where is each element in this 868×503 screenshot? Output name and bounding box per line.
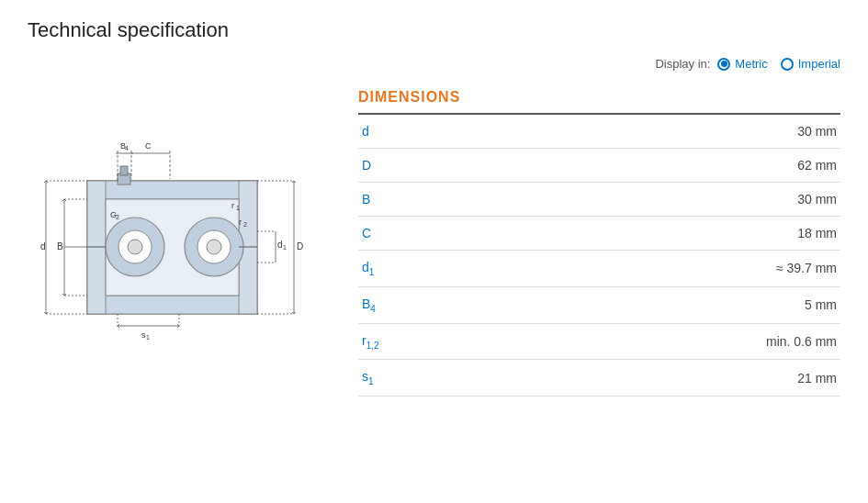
- page-title: Technical specification: [28, 18, 840, 42]
- imperial-label: Imperial: [798, 57, 840, 71]
- svg-text:d: d: [277, 240, 283, 250]
- dim-value: min. 0.6 mm: [648, 323, 840, 360]
- dim-value: 21 mm: [648, 360, 840, 397]
- svg-text:B: B: [57, 241, 63, 252]
- dimensions-title: DIMENSIONS: [358, 89, 840, 106]
- display-selector: Display in: Metric Imperial: [28, 57, 840, 71]
- dim-value: 62 mm: [648, 149, 840, 183]
- metric-radio-circle: [717, 58, 730, 71]
- svg-text:r: r: [239, 218, 242, 227]
- svg-text:4: 4: [125, 145, 129, 151]
- dim-label: B4: [358, 286, 648, 323]
- svg-point-9: [128, 240, 142, 254]
- dim-label: d1: [358, 251, 648, 287]
- table-row: D62 mm: [358, 149, 840, 183]
- table-row: B45 mm: [358, 286, 840, 323]
- svg-point-12: [207, 240, 221, 254]
- dim-label: r1,2: [358, 323, 648, 360]
- table-row: C18 mm: [358, 217, 840, 251]
- main-content: B 4 C G 2 r 1 r 2 B: [28, 89, 840, 397]
- svg-text:D: D: [297, 241, 303, 252]
- bearing-diagram: B 4 C G 2 r 1 r 2 B: [28, 89, 321, 397]
- bearing-svg: B 4 C G 2 r 1 r 2 B: [37, 98, 312, 355]
- svg-text:1: 1: [283, 244, 287, 251]
- dimensions-table: d30 mmD62 mmB30 mmC18 mmd1≈ 39.7 mmB45 m…: [358, 113, 840, 397]
- table-row: s121 mm: [358, 360, 840, 397]
- dim-value: ≈ 39.7 mm: [648, 251, 840, 287]
- svg-text:2: 2: [243, 221, 247, 228]
- dim-label: B: [358, 183, 648, 217]
- dim-label: d: [358, 114, 648, 149]
- table-row: d30 mm: [358, 114, 840, 149]
- svg-text:C: C: [145, 141, 152, 151]
- dim-value: 18 mm: [648, 217, 840, 251]
- metric-radio[interactable]: Metric: [717, 57, 767, 71]
- table-row: B30 mm: [358, 183, 840, 217]
- display-label: Display in:: [655, 57, 710, 71]
- svg-text:d: d: [40, 241, 46, 252]
- dim-value: 5 mm: [648, 286, 840, 323]
- metric-label: Metric: [735, 57, 767, 71]
- table-row: r1,2min. 0.6 mm: [358, 323, 840, 360]
- svg-rect-14: [120, 166, 128, 175]
- imperial-radio[interactable]: Imperial: [781, 57, 840, 71]
- svg-rect-2: [87, 181, 257, 199]
- table-row: d1≈ 39.7 mm: [358, 251, 840, 287]
- dim-value: 30 mm: [648, 114, 840, 149]
- dim-label: C: [358, 217, 648, 251]
- svg-text:1: 1: [236, 205, 240, 211]
- dim-label: s1: [358, 360, 648, 397]
- dim-label: D: [358, 149, 648, 183]
- svg-text:2: 2: [116, 214, 119, 220]
- svg-rect-3: [87, 296, 257, 314]
- imperial-radio-circle: [781, 58, 794, 71]
- svg-text:1: 1: [146, 334, 150, 341]
- dim-value: 30 mm: [648, 183, 840, 217]
- unit-radio-group[interactable]: Metric Imperial: [717, 57, 840, 71]
- dimensions-section: DIMENSIONS d30 mmD62 mmB30 mmC18 mmd1≈ 3…: [358, 89, 840, 397]
- svg-text:r: r: [231, 201, 234, 210]
